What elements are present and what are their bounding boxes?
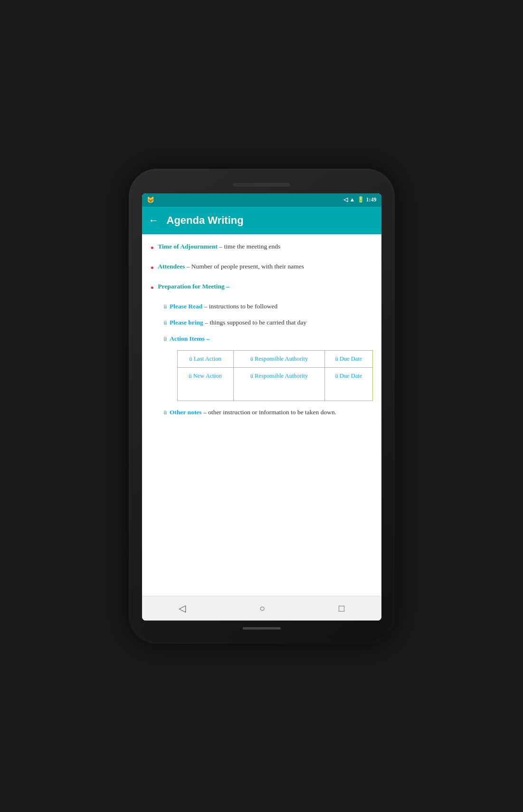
- table-cell: ü Due Date: [325, 368, 372, 401]
- sub-description: – other instruction or information to be…: [203, 409, 336, 416]
- sub-item-text: Other notes – other instruction or infor…: [170, 408, 336, 417]
- sub-item: ü Other notes – other instruction or inf…: [164, 408, 373, 417]
- phone-screen: 🐱 ◁ ▲ 🔋 1:49 ← Agenda Writing • Time of …: [142, 193, 381, 621]
- sub-bullet: ü: [164, 409, 167, 416]
- sub-item-text: Please bring – things supposed to be car…: [170, 318, 306, 327]
- sub-label: Please bring: [170, 319, 203, 326]
- app-title: Agenda Writing: [167, 214, 244, 227]
- item-label: Attendees: [158, 263, 185, 270]
- table-row: ü Last Action ü Responsible Authority ü …: [177, 351, 372, 368]
- list-item: • Preparation for Meeting –: [151, 282, 373, 293]
- home-indicator: [243, 627, 281, 630]
- phone-speaker: [233, 183, 290, 187]
- sub-item: ü Action Items –: [164, 334, 373, 344]
- content-area: • Time of Adjournment – time the meeting…: [142, 234, 381, 596]
- list-item: • Time of Adjournment – time the meeting…: [151, 242, 373, 253]
- bullet-dot: •: [151, 263, 154, 273]
- sub-label: Other notes: [170, 409, 202, 416]
- back-button[interactable]: ←: [149, 214, 159, 227]
- sub-description: – instructions to be followed: [204, 303, 277, 310]
- sub-item: ü Please Read – instructions to be follo…: [164, 302, 373, 311]
- item-description: – Number of people present, with their n…: [187, 263, 304, 270]
- action-table: ü Last Action ü Responsible Authority ü …: [177, 350, 373, 401]
- sub-label: Action Items –: [170, 335, 209, 342]
- sub-label: Please Read: [170, 303, 202, 310]
- item-text: Preparation for Meeting –: [158, 282, 229, 291]
- item-label: Preparation for Meeting –: [158, 283, 229, 290]
- app-icon: 🐱: [147, 196, 154, 204]
- table-cell: ü Last Action: [177, 351, 233, 368]
- list-item: • Attendees – Number of people present, …: [151, 262, 373, 273]
- signal-icon: ◁: [343, 196, 348, 203]
- recent-nav-button[interactable]: □: [329, 599, 354, 618]
- sub-item-text: Please Read – instructions to be followe…: [170, 302, 277, 311]
- sub-list: ü Please Read – instructions to be follo…: [151, 302, 373, 418]
- bottom-nav: ◁ ○ □: [142, 596, 381, 621]
- time-display: 1:49: [366, 196, 377, 203]
- table-row: ü New Action ü Responsible Authority ü D…: [177, 368, 372, 401]
- item-label: Time of Adjournment: [158, 243, 218, 250]
- table-cell: ü New Action: [177, 368, 233, 401]
- sub-bullet: ü: [164, 335, 167, 343]
- status-bar: 🐱 ◁ ▲ 🔋 1:49: [142, 193, 381, 207]
- status-bar-left: 🐱: [147, 196, 155, 204]
- phone-bottom: [142, 621, 381, 630]
- home-nav-button[interactable]: ○: [250, 599, 275, 618]
- item-text: Time of Adjournment – time the meeting e…: [158, 242, 280, 251]
- bullet-dot: •: [151, 283, 154, 293]
- wifi-icon: ▲: [350, 196, 355, 203]
- table-cell: ü Due Date: [325, 351, 372, 368]
- status-bar-right: ◁ ▲ 🔋 1:49: [343, 196, 377, 203]
- sub-bullet: ü: [164, 303, 167, 310]
- table-cell: ü Responsible Authority: [233, 368, 325, 401]
- item-text: Attendees – Number of people present, wi…: [158, 262, 304, 271]
- back-nav-button[interactable]: ◁: [169, 599, 195, 618]
- sub-bullet: ü: [164, 319, 167, 326]
- app-bar: ← Agenda Writing: [142, 207, 381, 234]
- battery-icon: 🔋: [357, 196, 364, 203]
- sub-description: – things supposed to be carried that day: [205, 319, 306, 326]
- sub-item-text: Action Items –: [170, 334, 209, 344]
- item-description: – time the meeting ends: [219, 243, 280, 250]
- sub-item: ü Please bring – things supposed to be c…: [164, 318, 373, 327]
- table-cell: ü Responsible Authority: [233, 351, 325, 368]
- phone-device: 🐱 ◁ ▲ 🔋 1:49 ← Agenda Writing • Time of …: [129, 169, 395, 644]
- bullet-dot: •: [151, 243, 154, 253]
